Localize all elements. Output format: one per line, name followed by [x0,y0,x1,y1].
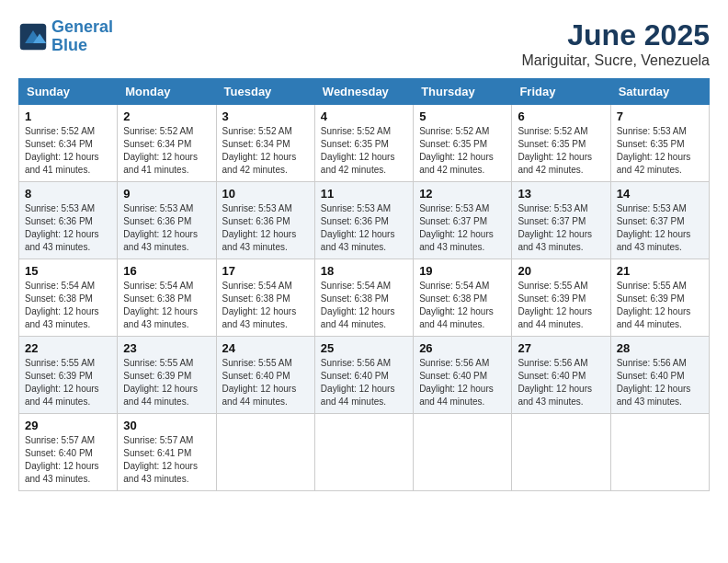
day-number: 6 [518,109,604,123]
logo: General Blue [18,18,113,55]
calendar-cell [414,414,512,491]
day-number: 14 [617,187,703,201]
column-header-monday: Monday [118,79,216,105]
day-number: 15 [25,264,111,278]
day-number: 25 [321,341,407,355]
calendar-cell: 2Sunrise: 5:52 AM Sunset: 6:34 PM Daylig… [118,105,216,182]
day-info: Sunrise: 5:52 AM Sunset: 6:35 PM Dayligh… [518,125,604,177]
calendar-cell: 29Sunrise: 5:57 AM Sunset: 6:40 PM Dayli… [19,414,118,491]
location-title: Mariguitar, Sucre, Venezuela [521,52,710,69]
calendar-cell: 14Sunrise: 5:53 AM Sunset: 6:37 PM Dayli… [610,182,709,259]
day-info: Sunrise: 5:52 AM Sunset: 6:35 PM Dayligh… [419,125,506,177]
day-number: 12 [419,187,506,201]
calendar-cell: 20Sunrise: 5:55 AM Sunset: 6:39 PM Dayli… [512,259,610,337]
day-info: Sunrise: 5:56 AM Sunset: 6:40 PM Dayligh… [518,357,604,408]
day-number: 30 [123,419,210,432]
calendar-table: SundayMondayTuesdayWednesdayThursdayFrid… [18,78,710,491]
day-number: 19 [419,264,506,278]
day-number: 26 [419,341,506,355]
column-header-thursday: Thursday [414,79,512,105]
calendar-cell: 7Sunrise: 5:53 AM Sunset: 6:35 PM Daylig… [610,105,709,182]
day-number: 28 [617,341,703,355]
day-info: Sunrise: 5:53 AM Sunset: 6:37 PM Dayligh… [518,202,604,254]
calendar-cell: 13Sunrise: 5:53 AM Sunset: 6:37 PM Dayli… [512,182,610,259]
logo-line2: Blue [51,36,87,54]
calendar-cell: 25Sunrise: 5:56 AM Sunset: 6:40 PM Dayli… [314,337,413,414]
column-header-wednesday: Wednesday [314,79,413,105]
calendar-week-1: 1Sunrise: 5:52 AM Sunset: 6:34 PM Daylig… [19,105,710,182]
logo-icon [18,22,48,52]
day-info: Sunrise: 5:53 AM Sunset: 6:37 PM Dayligh… [419,202,506,254]
day-number: 13 [518,187,604,201]
calendar-cell: 1Sunrise: 5:52 AM Sunset: 6:34 PM Daylig… [19,105,118,182]
calendar-cell: 23Sunrise: 5:55 AM Sunset: 6:39 PM Dayli… [118,337,216,414]
day-number: 22 [25,341,111,355]
day-info: Sunrise: 5:53 AM Sunset: 6:35 PM Dayligh… [617,125,703,177]
day-info: Sunrise: 5:52 AM Sunset: 6:34 PM Dayligh… [25,125,111,177]
calendar-body: 1Sunrise: 5:52 AM Sunset: 6:34 PM Daylig… [19,105,710,491]
calendar-cell: 28Sunrise: 5:56 AM Sunset: 6:40 PM Dayli… [610,337,709,414]
logo-line1: General [51,17,113,36]
day-info: Sunrise: 5:54 AM Sunset: 6:38 PM Dayligh… [25,280,111,331]
day-number: 5 [419,109,506,123]
calendar-cell: 18Sunrise: 5:54 AM Sunset: 6:38 PM Dayli… [314,259,413,337]
day-number: 11 [321,187,407,201]
calendar-cell: 21Sunrise: 5:55 AM Sunset: 6:39 PM Dayli… [610,259,709,337]
day-info: Sunrise: 5:53 AM Sunset: 6:36 PM Dayligh… [321,202,407,254]
column-header-tuesday: Tuesday [216,79,314,105]
calendar-week-5: 29Sunrise: 5:57 AM Sunset: 6:40 PM Dayli… [19,414,710,491]
day-number: 24 [222,341,309,355]
calendar-cell: 9Sunrise: 5:53 AM Sunset: 6:36 PM Daylig… [118,182,216,259]
day-number: 8 [25,187,111,201]
calendar-week-2: 8Sunrise: 5:53 AM Sunset: 6:36 PM Daylig… [19,182,710,259]
title-area: June 2025 Mariguitar, Sucre, Venezuela [521,18,710,69]
day-info: Sunrise: 5:54 AM Sunset: 6:38 PM Dayligh… [123,280,210,331]
day-info: Sunrise: 5:52 AM Sunset: 6:35 PM Dayligh… [321,125,407,177]
calendar-cell: 22Sunrise: 5:55 AM Sunset: 6:39 PM Dayli… [19,337,118,414]
column-header-friday: Friday [512,79,610,105]
day-number: 18 [321,264,407,278]
day-number: 1 [25,109,111,123]
day-number: 3 [222,109,309,123]
day-number: 23 [123,341,210,355]
calendar-week-4: 22Sunrise: 5:55 AM Sunset: 6:39 PM Dayli… [19,337,710,414]
calendar-cell: 15Sunrise: 5:54 AM Sunset: 6:38 PM Dayli… [19,259,118,337]
calendar-cell: 16Sunrise: 5:54 AM Sunset: 6:38 PM Dayli… [118,259,216,337]
calendar-cell [610,414,709,491]
calendar-week-3: 15Sunrise: 5:54 AM Sunset: 6:38 PM Dayli… [19,259,710,337]
day-info: Sunrise: 5:54 AM Sunset: 6:38 PM Dayligh… [222,280,309,331]
day-info: Sunrise: 5:55 AM Sunset: 6:39 PM Dayligh… [518,280,604,331]
day-number: 17 [222,264,309,278]
day-info: Sunrise: 5:55 AM Sunset: 6:40 PM Dayligh… [222,357,309,408]
day-number: 4 [321,109,407,123]
day-info: Sunrise: 5:53 AM Sunset: 6:36 PM Dayligh… [25,202,111,254]
day-info: Sunrise: 5:54 AM Sunset: 6:38 PM Dayligh… [321,280,407,331]
calendar-cell: 8Sunrise: 5:53 AM Sunset: 6:36 PM Daylig… [19,182,118,259]
day-info: Sunrise: 5:55 AM Sunset: 6:39 PM Dayligh… [25,357,111,408]
calendar-cell: 30Sunrise: 5:57 AM Sunset: 6:41 PM Dayli… [118,414,216,491]
day-number: 20 [518,264,604,278]
day-number: 16 [123,264,210,278]
month-title: June 2025 [521,18,710,52]
day-number: 10 [222,187,309,201]
calendar-header-row: SundayMondayTuesdayWednesdayThursdayFrid… [19,79,710,105]
day-info: Sunrise: 5:56 AM Sunset: 6:40 PM Dayligh… [419,357,506,408]
calendar-cell: 4Sunrise: 5:52 AM Sunset: 6:35 PM Daylig… [314,105,413,182]
calendar-cell: 12Sunrise: 5:53 AM Sunset: 6:37 PM Dayli… [414,182,512,259]
calendar-cell: 10Sunrise: 5:53 AM Sunset: 6:36 PM Dayli… [216,182,314,259]
day-info: Sunrise: 5:52 AM Sunset: 6:34 PM Dayligh… [123,125,210,177]
day-number: 27 [518,341,604,355]
day-info: Sunrise: 5:54 AM Sunset: 6:38 PM Dayligh… [419,280,506,331]
calendar-cell [512,414,610,491]
day-info: Sunrise: 5:55 AM Sunset: 6:39 PM Dayligh… [617,280,703,331]
day-info: Sunrise: 5:57 AM Sunset: 6:40 PM Dayligh… [25,434,111,486]
day-info: Sunrise: 5:52 AM Sunset: 6:34 PM Dayligh… [222,125,309,177]
day-info: Sunrise: 5:57 AM Sunset: 6:41 PM Dayligh… [123,434,210,486]
calendar-cell [216,414,314,491]
calendar-cell: 3Sunrise: 5:52 AM Sunset: 6:34 PM Daylig… [216,105,314,182]
day-number: 21 [617,264,703,278]
calendar-cell: 26Sunrise: 5:56 AM Sunset: 6:40 PM Dayli… [414,337,512,414]
day-number: 29 [25,419,111,432]
calendar-cell: 5Sunrise: 5:52 AM Sunset: 6:35 PM Daylig… [414,105,512,182]
day-number: 9 [123,187,210,201]
